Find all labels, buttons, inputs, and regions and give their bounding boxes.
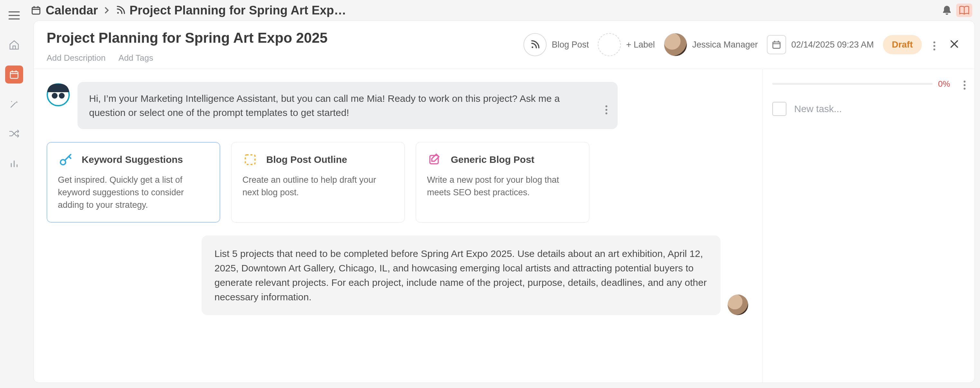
message-more-button[interactable] bbox=[603, 94, 610, 117]
new-task-placeholder: New task... bbox=[794, 103, 842, 114]
project-header: Project Planning for Spring Art Expo 202… bbox=[34, 21, 975, 69]
prompt-generic-blog[interactable]: Generic Blog Post Write a new post for y… bbox=[416, 142, 589, 223]
project-card: Project Planning for Spring Art Expo 202… bbox=[33, 21, 975, 383]
nav-ai-wand[interactable] bbox=[5, 95, 23, 113]
new-task-row[interactable]: New task... bbox=[772, 102, 968, 116]
prompt-title: Blog Post Outline bbox=[266, 154, 347, 166]
svg-rect-3 bbox=[10, 71, 18, 78]
assistant-bubble: Hi, I’m your Marketing Intelligence Assi… bbox=[78, 82, 618, 129]
breadcrumb-bar: Calendar Project Planning for Spring Art… bbox=[28, 0, 980, 21]
bell-icon[interactable] bbox=[942, 5, 952, 16]
nav-shuffle[interactable] bbox=[5, 125, 23, 143]
dashed-square-icon bbox=[242, 152, 258, 167]
add-label-pill[interactable]: + Label bbox=[598, 33, 655, 56]
content-type-pill[interactable]: Blog Post bbox=[523, 33, 589, 56]
avatar bbox=[728, 295, 748, 315]
status-chip[interactable]: Draft bbox=[883, 35, 922, 54]
prompt-keyword-suggestions[interactable]: Keyword Suggestions Get inspired. Quickl… bbox=[47, 142, 220, 223]
breadcrumb-root[interactable]: Calendar bbox=[31, 3, 98, 17]
add-label-text: + Label bbox=[626, 40, 655, 50]
svg-rect-18 bbox=[773, 42, 780, 49]
more-menu-button[interactable] bbox=[931, 36, 938, 53]
user-text: List 5 projects that need to be complete… bbox=[215, 248, 707, 302]
rss-icon bbox=[115, 5, 126, 16]
owner-label: Jessica Manager bbox=[692, 40, 758, 50]
nav-home[interactable] bbox=[5, 36, 23, 54]
nav-calendar[interactable] bbox=[5, 65, 23, 84]
prompt-desc: Get inspired. Quickly get a list of keyw… bbox=[58, 174, 209, 211]
nav-analytics[interactable] bbox=[5, 154, 23, 172]
svg-point-7 bbox=[11, 101, 12, 102]
calendar-icon bbox=[767, 35, 786, 54]
dashed-circle-icon bbox=[598, 33, 621, 56]
svg-point-17 bbox=[531, 47, 533, 48]
tasks-more-button[interactable] bbox=[961, 76, 968, 92]
svg-rect-11 bbox=[32, 7, 40, 14]
checkbox-icon[interactable] bbox=[772, 102, 786, 116]
user-message: List 5 projects that need to be complete… bbox=[47, 236, 748, 315]
date-label: 02/14/2025 09:23 AM bbox=[791, 40, 874, 50]
add-tags-button[interactable]: Add Tags bbox=[119, 53, 153, 63]
calendar-icon bbox=[31, 5, 41, 16]
prompt-blog-outline[interactable]: Blog Post Outline Create an outline to h… bbox=[231, 142, 405, 223]
assistant-text: Hi, I’m your Marketing Intelligence Assi… bbox=[89, 93, 560, 118]
date-pill[interactable]: 02/14/2025 09:23 AM bbox=[767, 35, 874, 54]
progress-percent: 0% bbox=[938, 79, 950, 89]
content-type-label: Blog Post bbox=[552, 40, 589, 50]
prompt-title: Generic Blog Post bbox=[451, 154, 535, 166]
tasks-panel: 0% New task... bbox=[762, 69, 975, 383]
breadcrumb-item-label: Project Planning for Spring Art Exp… bbox=[130, 3, 346, 17]
left-nav-rail bbox=[0, 0, 28, 388]
assistant-message: Hi, I’m your Marketing Intelligence Assi… bbox=[47, 82, 748, 129]
page-title: Project Planning for Spring Art Expo 202… bbox=[47, 30, 517, 46]
breadcrumb-root-label: Calendar bbox=[46, 3, 98, 17]
progress-bar bbox=[772, 83, 933, 85]
prompt-title: Keyword Suggestions bbox=[82, 154, 183, 166]
svg-rect-27 bbox=[245, 155, 255, 165]
svg-point-15 bbox=[117, 12, 119, 14]
chevron-right-icon bbox=[104, 6, 110, 15]
user-bubble: List 5 projects that need to be complete… bbox=[202, 236, 721, 315]
breadcrumb-item[interactable]: Project Planning for Spring Art Exp… bbox=[115, 3, 346, 17]
hamburger-menu-button[interactable] bbox=[5, 6, 23, 24]
chat-column: Hi, I’m your Marketing Intelligence Assi… bbox=[34, 69, 762, 383]
svg-line-26 bbox=[69, 157, 71, 158]
prompt-desc: Create an outline to help draft your nex… bbox=[242, 174, 393, 199]
prompt-desc: Write a new post for your blog that meet… bbox=[427, 174, 578, 199]
edit-square-icon bbox=[427, 152, 442, 167]
add-description-button[interactable]: Add Description bbox=[47, 53, 106, 63]
mia-avatar-icon bbox=[47, 83, 70, 106]
avatar bbox=[664, 33, 687, 56]
guide-button[interactable] bbox=[956, 3, 972, 17]
close-button[interactable] bbox=[947, 36, 962, 53]
key-icon bbox=[58, 152, 73, 167]
rss-icon bbox=[523, 33, 547, 56]
owner-pill[interactable]: Jessica Manager bbox=[664, 33, 758, 56]
prompt-template-row: Keyword Suggestions Get inspired. Quickl… bbox=[47, 142, 748, 223]
